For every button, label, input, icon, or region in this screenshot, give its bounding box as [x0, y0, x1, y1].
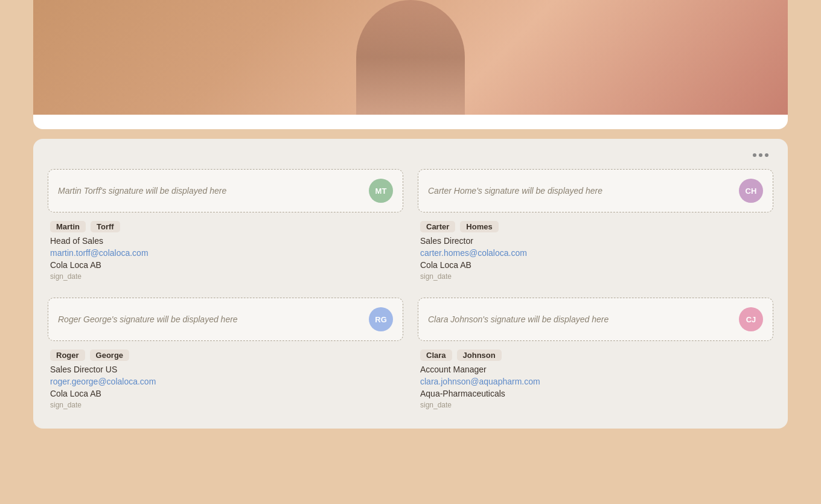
dot-1 [753, 153, 756, 157]
last-name-ch: Homes [460, 221, 498, 232]
title-rg: Sales Director US [50, 365, 401, 374]
main-content: Martin Torff's signature will be display… [33, 139, 788, 429]
top-section [33, 0, 788, 129]
company-cj: Aqua-Pharmaceuticals [420, 389, 771, 398]
dot-2 [759, 153, 762, 157]
sign-date-rg: sign_date [50, 401, 401, 409]
signer-info-ch: Carter Homes Sales Director carter.homes… [418, 221, 773, 281]
last-name-cj: Johnson [457, 349, 502, 361]
signature-placeholder-ch: Carter Home's signature will be displaye… [428, 186, 602, 196]
company-rg: Cola Loca AB [50, 389, 401, 398]
first-name-rg: Roger [50, 349, 85, 361]
first-name-cj: Clara [420, 349, 452, 361]
signature-placeholder-mt: Martin Torff's signature will be display… [58, 186, 226, 196]
signature-box-ch: Carter Home's signature will be displaye… [418, 169, 773, 212]
company-ch: Cola Loca AB [420, 260, 771, 270]
signature-box-mt: Martin Torff's signature will be display… [48, 169, 403, 212]
name-row-cj: Clara Johnson [420, 349, 771, 361]
signer-card-mt: Martin Torff's signature will be display… [48, 169, 403, 283]
signer-card-ch: Carter Home's signature will be displaye… [418, 169, 773, 283]
first-name-mt: Martin [50, 221, 86, 232]
dot-3 [765, 153, 768, 157]
signer-card-rg: Roger George's signature will be display… [48, 298, 403, 412]
email-mt: martin.torff@colaloca.com [50, 248, 401, 258]
signer-card-cj: Clara Johnson's signature will be displa… [418, 298, 773, 412]
signer-info-cj: Clara Johnson Account Manager clara.john… [418, 349, 773, 409]
name-row-ch: Carter Homes [420, 221, 771, 232]
dots-menu [48, 151, 773, 159]
title-ch: Sales Director [420, 236, 771, 246]
sign-date-mt: sign_date [50, 272, 401, 281]
name-row-rg: Roger George [50, 349, 401, 361]
avatar-rg: RG [369, 307, 393, 331]
title-cj: Account Manager [420, 365, 771, 374]
first-name-ch: Carter [420, 221, 455, 232]
signature-box-rg: Roger George's signature will be display… [48, 298, 403, 341]
company-mt: Cola Loca AB [50, 260, 401, 270]
title-mt: Head of Sales [50, 236, 401, 246]
more-options-button[interactable] [748, 151, 773, 159]
email-rg: roger.george@colaloca.com [50, 377, 401, 386]
name-row-mt: Martin Torff [50, 221, 401, 232]
last-name-mt: Torff [91, 221, 120, 232]
banner-image [33, 0, 788, 115]
avatar-ch: CH [739, 179, 763, 203]
signer-info-mt: Martin Torff Head of Sales martin.torff@… [48, 221, 403, 281]
signature-placeholder-cj: Clara Johnson's signature will be displa… [428, 314, 609, 324]
last-name-rg: George [90, 349, 130, 361]
avatar-cj: CJ [739, 307, 763, 331]
signature-placeholder-rg: Roger George's signature will be display… [58, 314, 238, 324]
avatar-mt: MT [369, 179, 393, 203]
sign-date-ch: sign_date [420, 272, 771, 281]
signature-box-cj: Clara Johnson's signature will be displa… [418, 298, 773, 341]
sign-date-cj: sign_date [420, 401, 771, 409]
email-ch: carter.homes@colaloca.com [420, 248, 771, 258]
signer-info-rg: Roger George Sales Director US roger.geo… [48, 349, 403, 409]
email-cj: clara.johnson@aquapharm.com [420, 377, 771, 386]
signers-grid: Martin Torff's signature will be display… [48, 169, 773, 412]
